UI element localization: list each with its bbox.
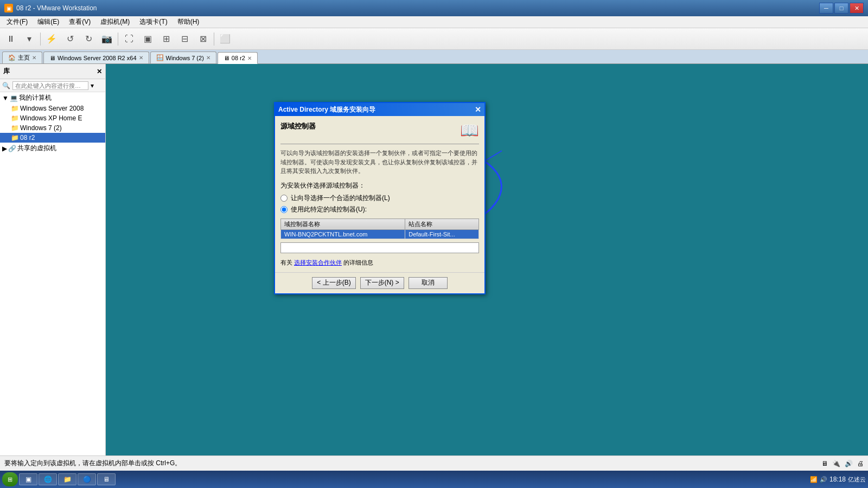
taskbar-right: 📶 🔊 18:18 亿述云 bbox=[810, 476, 866, 484]
help-link-row: 有关 选择安装合作伙伴 的详细信息 bbox=[280, 259, 479, 267]
main-area: 库 ✕ 🔍 ▾ ▼ 💻 我的计算机 📁 Windows Server 2008 … bbox=[0, 64, 868, 455]
section-title: 源域控制器 bbox=[280, 121, 316, 131]
dialog-close-button[interactable]: ✕ bbox=[475, 105, 481, 114]
sidebar: 库 ✕ 🔍 ▾ ▼ 💻 我的计算机 📁 Windows Server 2008 … bbox=[0, 64, 106, 455]
info-text: 可以向导为该域控制器的安装选择一个复制伙伴，或者可指定一个要使用的域控制器。可使… bbox=[280, 149, 479, 176]
toolbar-view3[interactable]: ⊟ bbox=[176, 30, 193, 48]
dc-name-cell: WIN-BNQ2PCKTNTL.bnet.com bbox=[281, 229, 405, 239]
tab-win7-close[interactable]: ✕ bbox=[206, 55, 210, 61]
toolbar-snapshot3[interactable]: 📷 bbox=[98, 30, 116, 48]
dialog-title-text: Active Directory 域服务安装向导 bbox=[278, 105, 375, 114]
toolbar-view2[interactable]: ⊞ bbox=[157, 30, 175, 48]
taskbar-ie[interactable]: 🔵 bbox=[78, 473, 96, 485]
menu-vm[interactable]: 虚拟机(M) bbox=[96, 16, 134, 28]
help-link[interactable]: 选择安装合作伙伴 bbox=[294, 259, 342, 266]
sidebar-item-winxp[interactable]: 📁 Windows XP Home E bbox=[0, 113, 105, 123]
radio-auto[interactable] bbox=[280, 195, 288, 202]
start-button[interactable]: ⊞ bbox=[2, 472, 18, 486]
expand-icon: ▼ bbox=[2, 94, 9, 102]
sidebar-item-server2008[interactable]: 📁 Windows Server 2008 bbox=[0, 104, 105, 113]
minimize-button[interactable]: ─ bbox=[819, 3, 833, 14]
taskbar-app[interactable]: 🖥 bbox=[97, 473, 116, 485]
tray-time: 18:18 bbox=[829, 476, 846, 483]
radio-group: 为安装伙伴选择源域控制器： 让向导选择一个合适的域控制器(L) 使用此特定的域控… bbox=[280, 181, 479, 214]
vmware-icon: ▣ bbox=[24, 475, 33, 484]
toolbar-dropdown[interactable]: ▾ bbox=[21, 30, 38, 48]
sidebar-item-label: 08 r2 bbox=[20, 134, 35, 142]
toolbar-sep3 bbox=[214, 33, 214, 46]
vm-icon: 📁 bbox=[11, 105, 19, 112]
prev-button[interactable]: < 上一步(B) bbox=[312, 277, 355, 289]
tab-bar: 🏠 主页 ✕ 🖥 Windows Server 2008 R2 x64 ✕ 🪟 … bbox=[0, 50, 868, 64]
sidebar-item-my-computers[interactable]: ▼ 💻 我的计算机 bbox=[0, 92, 105, 104]
close-button[interactable]: ✕ bbox=[850, 3, 864, 14]
menu-view[interactable]: 查看(V) bbox=[65, 16, 95, 28]
search-dropdown-icon[interactable]: ▾ bbox=[91, 82, 94, 89]
menu-help[interactable]: 帮助(H) bbox=[173, 16, 204, 28]
tab-server2008-icon: 🖥 bbox=[49, 55, 55, 61]
tab-server2008-label: Windows Server 2008 R2 x64 bbox=[58, 55, 137, 61]
toolbar-view1[interactable]: ▣ bbox=[139, 30, 156, 48]
tab-win7-icon: 🪟 bbox=[156, 54, 164, 61]
sidebar-item-08r2[interactable]: 📁 08 r2 bbox=[0, 133, 105, 143]
tray-brand: 亿述云 bbox=[848, 476, 866, 484]
tray-network-icon: 📶 bbox=[810, 476, 818, 483]
status-usb-icon: 🔌 bbox=[832, 460, 840, 467]
menu-tab[interactable]: 选项卡(T) bbox=[135, 16, 171, 28]
next-button[interactable]: 下一步(N) > bbox=[360, 277, 404, 289]
radio-option1-row[interactable]: 让向导选择一个合适的域控制器(L) bbox=[280, 194, 479, 203]
radio-option2-row[interactable]: 使用此特定的域控制器(U): bbox=[280, 205, 479, 214]
toolbar-unity[interactable]: ⬜ bbox=[216, 30, 234, 48]
search-input[interactable] bbox=[12, 81, 88, 90]
shared-icon: 🔗 bbox=[8, 145, 16, 152]
sidebar-item-win7[interactable]: 📁 Windows 7 (2) bbox=[0, 123, 105, 133]
vm-screen-area[interactable]: Active Directory 域服务安装向导 ✕ 源域控制器 📖 可以向导为… bbox=[106, 64, 868, 455]
toolbar-snapshot1[interactable]: ↺ bbox=[61, 30, 79, 48]
menu-file[interactable]: 文件(F) bbox=[2, 16, 32, 28]
taskbar-vmware[interactable]: ▣ bbox=[19, 473, 37, 485]
toolbar-snapshot2[interactable]: ↻ bbox=[80, 30, 97, 48]
dialog-body: 源域控制器 📖 可以向导为该域控制器的安装选择一个复制伙伴，或者可指定一个要使用… bbox=[275, 116, 484, 272]
dc-input-box[interactable] bbox=[280, 242, 479, 253]
toolbar-fullscreen[interactable]: ⛶ bbox=[120, 30, 138, 48]
dialog-buttons: < 上一步(B) 下一步(N) > 取消 bbox=[275, 272, 484, 293]
sidebar-item-label: 共享的虚拟机 bbox=[17, 144, 56, 153]
tab-home-icon: 🏠 bbox=[8, 54, 16, 61]
search-icon: 🔍 bbox=[2, 82, 10, 89]
sidebar-item-label: Windows 7 (2) bbox=[20, 124, 62, 132]
table-header-site: 站点名称 bbox=[405, 219, 479, 229]
taskbar-explorer[interactable]: 📁 bbox=[58, 473, 76, 485]
menu-edit[interactable]: 编辑(E) bbox=[33, 16, 63, 28]
help-post-text: 的详细信息 bbox=[343, 259, 373, 266]
tab-08r2-close[interactable]: ✕ bbox=[247, 55, 252, 61]
table-row[interactable]: WIN-BNQ2PCKTNTL.bnet.com Default-First-S… bbox=[281, 229, 479, 239]
toolbar-suspend[interactable]: ⏸ bbox=[2, 30, 20, 48]
status-audio-icon: 🔊 bbox=[845, 460, 853, 467]
dialog-title-bar: Active Directory 域服务安装向导 ✕ bbox=[275, 103, 484, 116]
sidebar-item-shared-vms[interactable]: ▶ 🔗 共享的虚拟机 bbox=[0, 143, 105, 154]
toolbar-sep2 bbox=[118, 33, 118, 46]
sidebar-header: 库 ✕ bbox=[0, 64, 105, 79]
vm-screen[interactable]: Active Directory 域服务安装向导 ✕ 源域控制器 📖 可以向导为… bbox=[106, 64, 868, 455]
expand-icon: ▶ bbox=[2, 145, 7, 152]
browser-icon: 🌐 bbox=[43, 475, 52, 484]
tab-home-close[interactable]: ✕ bbox=[32, 55, 36, 61]
window-title: 08 r2 - VMware Workstation bbox=[16, 4, 97, 12]
maximize-button[interactable]: □ bbox=[834, 3, 848, 14]
menu-bar: 文件(F) 编辑(E) 查看(V) 虚拟机(M) 选项卡(T) 帮助(H) bbox=[0, 16, 868, 28]
tab-home[interactable]: 🏠 主页 ✕ bbox=[2, 52, 42, 63]
table-header-dc: 域控制器名称 bbox=[281, 219, 405, 229]
status-printer-icon: 🖨 bbox=[857, 460, 864, 467]
tab-win7[interactable]: 🪟 Windows 7 (2) ✕ bbox=[150, 52, 216, 63]
tab-server2008-close[interactable]: ✕ bbox=[139, 55, 143, 61]
toolbar-power[interactable]: ⚡ bbox=[43, 30, 60, 48]
taskbar-browser[interactable]: 🌐 bbox=[39, 473, 57, 485]
app-icon: ▣ bbox=[4, 4, 13, 12]
cancel-button[interactable]: 取消 bbox=[409, 277, 448, 289]
tab-server2008[interactable]: 🖥 Windows Server 2008 R2 x64 ✕ bbox=[43, 52, 149, 63]
sidebar-title: 库 bbox=[3, 67, 10, 76]
toolbar-view4[interactable]: ⊠ bbox=[194, 30, 212, 48]
radio-specific[interactable] bbox=[280, 206, 288, 213]
tab-08r2[interactable]: 🖥 08 r2 ✕ bbox=[218, 52, 258, 64]
sidebar-close-icon[interactable]: ✕ bbox=[97, 68, 102, 75]
